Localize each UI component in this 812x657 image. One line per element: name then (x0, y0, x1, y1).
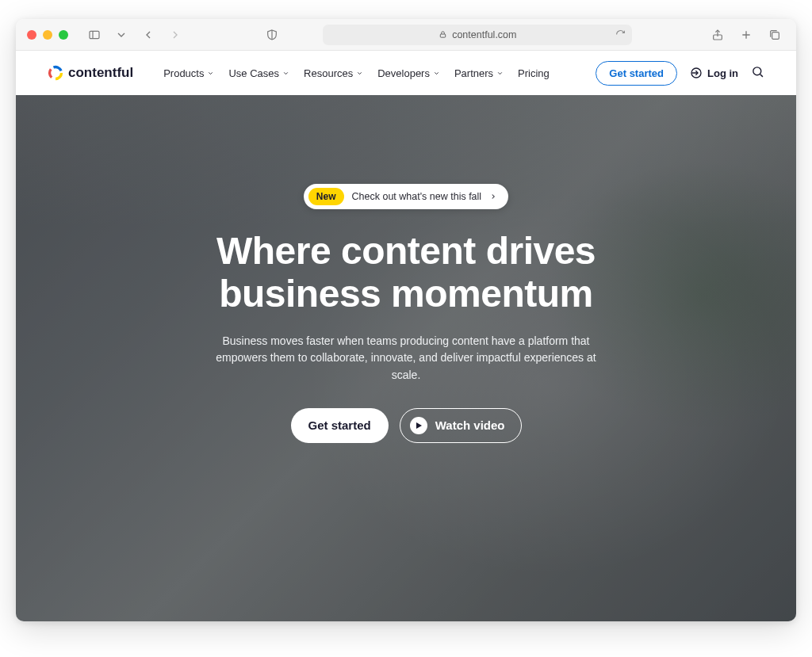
chevron-down-icon (496, 70, 504, 77)
nav-use-cases[interactable]: Use Cases (228, 67, 289, 79)
chevron-down-icon[interactable] (111, 25, 132, 45)
address-bar[interactable]: contentful.com (323, 25, 632, 45)
login-icon (690, 67, 703, 79)
svg-rect-0 (90, 31, 99, 38)
svg-point-12 (753, 67, 761, 74)
brand-name: contentful (68, 65, 133, 81)
chevron-down-icon (433, 70, 440, 77)
svg-rect-6 (772, 32, 779, 39)
chevron-down-icon (207, 70, 214, 77)
close-window-button[interactable] (27, 30, 36, 40)
hero-cta-group: Get started Watch video (291, 408, 522, 443)
search-icon (751, 65, 764, 78)
chevron-down-icon (356, 70, 363, 77)
hero-title: Where content drives business momentum (216, 230, 596, 315)
chevron-down-icon (282, 70, 289, 77)
sidebar-toggle-icon[interactable] (84, 25, 105, 45)
get-started-button[interactable]: Get started (596, 61, 677, 86)
login-link[interactable]: Log in (690, 67, 738, 79)
back-button[interactable] (138, 25, 159, 45)
url-text: contentful.com (452, 29, 516, 40)
nav-resources[interactable]: Resources (304, 67, 363, 79)
search-button[interactable] (751, 65, 764, 82)
nav-developers[interactable]: Developers (377, 67, 440, 79)
watch-video-label: Watch video (435, 418, 505, 432)
login-label: Log in (707, 67, 738, 79)
tabs-icon[interactable] (764, 25, 785, 45)
svg-rect-2 (440, 34, 445, 37)
nav-pricing[interactable]: Pricing (518, 67, 550, 79)
hero-section: New Check out what's new this fall Where… (16, 95, 796, 621)
browser-window: contentful.com contentful Products Use C… (16, 19, 796, 621)
traffic-lights (27, 30, 68, 40)
logo-mark-icon (48, 65, 63, 81)
minimize-window-button[interactable] (43, 30, 52, 40)
hero-subtitle: Business moves faster when teams produci… (216, 333, 596, 384)
browser-toolbar: contentful.com (16, 19, 796, 51)
nav-partners[interactable]: Partners (454, 67, 504, 79)
chevron-right-icon (489, 193, 497, 201)
lock-icon (439, 30, 447, 39)
watch-video-button[interactable]: Watch video (400, 408, 522, 443)
svg-line-13 (760, 74, 763, 76)
reload-icon[interactable] (615, 29, 626, 40)
new-badge: New (308, 188, 344, 205)
main-nav: Products Use Cases Resources Developers … (163, 67, 550, 79)
site-header: contentful Products Use Cases Resources … (16, 51, 796, 95)
play-icon (410, 417, 427, 434)
maximize-window-button[interactable] (59, 30, 68, 40)
forward-button[interactable] (165, 25, 186, 45)
new-tab-icon[interactable] (736, 25, 756, 45)
shield-icon[interactable] (262, 25, 282, 45)
hero-get-started-button[interactable]: Get started (291, 408, 389, 443)
share-icon[interactable] (707, 25, 728, 45)
brand-logo[interactable]: contentful (48, 65, 133, 81)
announcement-pill[interactable]: New Check out what's new this fall (304, 184, 508, 209)
announcement-text: Check out what's new this fall (352, 191, 482, 202)
nav-products[interactable]: Products (163, 67, 214, 79)
